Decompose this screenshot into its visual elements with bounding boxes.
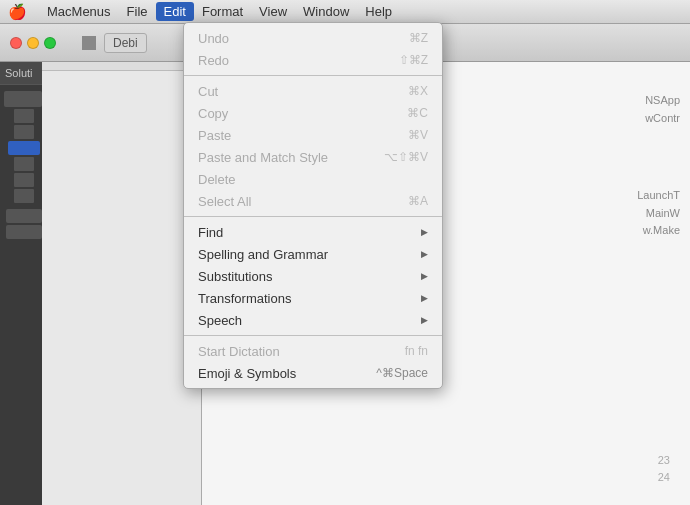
menu-item-start-dictation-shortcut: fn fn bbox=[405, 344, 428, 358]
menu-item-redo-label: Redo bbox=[198, 53, 229, 68]
menu-item-transformations[interactable]: Transformations bbox=[184, 287, 442, 309]
menu-item-cut[interactable]: Cut ⌘X bbox=[184, 80, 442, 102]
menu-item-emoji-symbols-label: Emoji & Symbols bbox=[198, 366, 296, 381]
menu-item-start-dictation-label: Start Dictation bbox=[198, 344, 280, 359]
menu-item-speech[interactable]: Speech bbox=[184, 309, 442, 331]
menu-item-paste-label: Paste bbox=[198, 128, 231, 143]
menu-item-substitutions-label: Substitutions bbox=[198, 269, 272, 284]
dropdown-overlay: Undo ⌘Z Redo ⇧⌘Z Cut ⌘X Copy ⌘C Paste ⌘V… bbox=[0, 0, 690, 505]
menu-item-substitutions[interactable]: Substitutions bbox=[184, 265, 442, 287]
menu-item-spelling-grammar-label: Spelling and Grammar bbox=[198, 247, 328, 262]
menu-item-redo[interactable]: Redo ⇧⌘Z bbox=[184, 49, 442, 71]
menu-item-cut-shortcut: ⌘X bbox=[408, 84, 428, 98]
menu-item-start-dictation[interactable]: Start Dictation fn fn bbox=[184, 340, 442, 362]
separator-1 bbox=[184, 75, 442, 76]
menu-item-undo-shortcut: ⌘Z bbox=[409, 31, 428, 45]
menu-item-undo-label: Undo bbox=[198, 31, 229, 46]
menu-item-select-all[interactable]: Select All ⌘A bbox=[184, 190, 442, 212]
menu-item-speech-label: Speech bbox=[198, 313, 242, 328]
edit-menu: Undo ⌘Z Redo ⇧⌘Z Cut ⌘X Copy ⌘C Paste ⌘V… bbox=[183, 22, 443, 389]
menu-item-copy[interactable]: Copy ⌘C bbox=[184, 102, 442, 124]
menu-item-select-all-label: Select All bbox=[198, 194, 251, 209]
menu-item-delete[interactable]: Delete bbox=[184, 168, 442, 190]
menu-item-delete-label: Delete bbox=[198, 172, 236, 187]
menu-item-redo-shortcut: ⇧⌘Z bbox=[399, 53, 428, 67]
menu-item-copy-shortcut: ⌘C bbox=[407, 106, 428, 120]
menu-item-emoji-symbols[interactable]: Emoji & Symbols ^⌘Space bbox=[184, 362, 442, 384]
menu-item-paste[interactable]: Paste ⌘V bbox=[184, 124, 442, 146]
separator-3 bbox=[184, 335, 442, 336]
menu-item-paste-match-shortcut: ⌥⇧⌘V bbox=[384, 150, 428, 164]
menu-item-paste-match-label: Paste and Match Style bbox=[198, 150, 328, 165]
menu-item-undo[interactable]: Undo ⌘Z bbox=[184, 27, 442, 49]
menu-item-select-all-shortcut: ⌘A bbox=[408, 194, 428, 208]
separator-2 bbox=[184, 216, 442, 217]
menu-item-paste-shortcut: ⌘V bbox=[408, 128, 428, 142]
menu-item-find-label: Find bbox=[198, 225, 223, 240]
menu-item-cut-label: Cut bbox=[198, 84, 218, 99]
menu-item-spelling-grammar[interactable]: Spelling and Grammar bbox=[184, 243, 442, 265]
menu-item-find[interactable]: Find bbox=[184, 221, 442, 243]
menu-item-copy-label: Copy bbox=[198, 106, 228, 121]
menu-item-paste-match[interactable]: Paste and Match Style ⌥⇧⌘V bbox=[184, 146, 442, 168]
menu-item-emoji-symbols-shortcut: ^⌘Space bbox=[376, 366, 428, 380]
menu-item-transformations-label: Transformations bbox=[198, 291, 291, 306]
